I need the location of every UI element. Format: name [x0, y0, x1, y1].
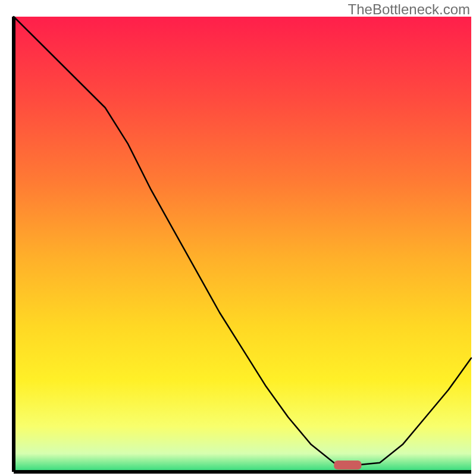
bottleneck-chart — [0, 0, 476, 476]
optimal-marker — [334, 461, 361, 469]
chart-container: TheBottleneck.com — [0, 0, 476, 476]
watermark-text: TheBottleneck.com — [348, 1, 470, 18]
